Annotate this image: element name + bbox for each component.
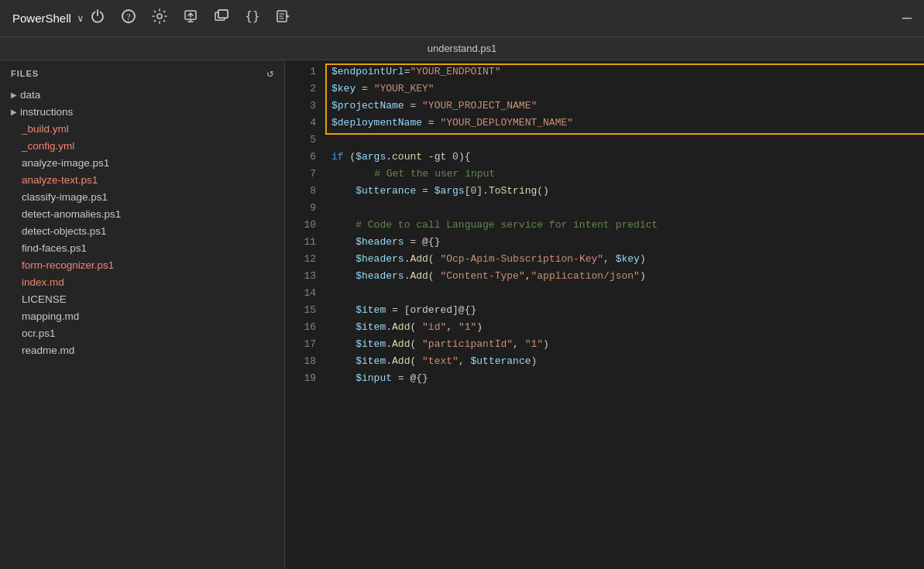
sidebar-item-detect-anomalies[interactable]: detect-anomalies.ps1 [0,205,284,222]
sidebar-item-mapping-md[interactable]: mapping.md [0,307,284,324]
code-line-4: $deploymentName = "YOUR_DEPLOYMENT_NAME" [331,115,924,132]
code-line-13: $headers.Add( "Content-Type","applicatio… [331,268,924,285]
line-num-3: 3 [285,98,316,115]
line-num-12: 12 [285,251,316,268]
code-lines: $endpointUrl="YOUR_ENDPOINT" $key = "YOU… [324,60,924,569]
active-tab[interactable]: understand.ps1 [428,43,497,54]
file-label: ocr.ps1 [22,327,56,339]
sidebar-item-classify-image[interactable]: classify-image.ps1 [0,188,284,205]
sidebar-item-analyze-text[interactable]: analyze-text.ps1 [0,171,284,188]
titlebar-left: PowerShell ∨ ? [12,9,291,28]
line-num-13: 13 [285,268,316,285]
code-line-3: $projectName = "YOUR_PROJECT_NAME" [331,98,924,115]
braces-icon[interactable]: {} [245,9,260,28]
file-label: _config.yml [22,140,74,152]
file-label: _build.yml [22,123,69,135]
code-line-1: $endpointUrl="YOUR_ENDPOINT" [331,63,924,81]
sidebar-item-ocr[interactable]: ocr.ps1 [0,324,284,341]
line-num-16: 16 [285,319,316,336]
line-num-18: 18 [285,353,316,370]
sidebar-item-license[interactable]: LICENSE [0,290,284,307]
code-line-10: # Code to call Language service for inte… [331,217,924,234]
line-num-4: 4 [285,115,316,132]
line-num-15: 15 [285,302,316,319]
sidebar-title: FILES [11,69,39,78]
code-line-18: $item.Add( "text", $utterance) [331,353,924,370]
line-num-9: 9 [285,200,316,217]
folder-label: data [20,89,40,101]
file-label: mapping.md [22,310,79,322]
sidebar-item-find-faces[interactable]: find-faces.ps1 [0,239,284,256]
code-line-12: $headers.Add( "Ocp-Apim-Subscription-Key… [331,251,924,268]
line-num-8: 8 [285,183,316,200]
sidebar-header: FILES ↺ [0,60,284,86]
line-num-2: 2 [285,81,316,98]
line-num-14: 14 [285,285,316,302]
sidebar-item-instructions[interactable]: ▶ instructions [0,103,284,120]
sidebar-item-data[interactable]: ▶ data [0,86,284,103]
folder-arrow-icon: ▶ [11,108,17,116]
help-icon[interactable]: ? [121,9,136,28]
svg-text:?: ? [126,12,130,22]
code-area: 1 2 3 4 5 6 7 8 9 10 11 12 13 14 15 16 1… [285,60,924,569]
upload-icon[interactable] [183,9,198,28]
sidebar: FILES ↺ ▶ data ▶ instructions _build.yml… [0,60,285,569]
file-label: analyze-text.ps1 [22,174,98,186]
code-line-8: $utterance = $args[0].ToString() [331,183,924,200]
file-label: find-faces.ps1 [22,242,87,254]
folder-label: instructions [20,106,73,118]
line-num-5: 5 [285,132,316,149]
svg-text:{}: {} [245,9,259,23]
code-line-5 [331,132,924,149]
line-num-19: 19 [285,370,316,387]
code-line-2: $key = "YOUR_KEY" [331,81,924,98]
code-editor[interactable]: 1 2 3 4 5 6 7 8 9 10 11 12 13 14 15 16 1… [285,60,924,569]
line-num-6: 6 [285,149,316,166]
file-label: analyze-image.ps1 [22,157,109,169]
sidebar-item-form-recognizer[interactable]: form-recognizer.ps1 [0,256,284,273]
file-label: LICENSE [22,293,67,305]
new-window-icon[interactable] [214,9,229,28]
line-num-7: 7 [285,166,316,183]
code-line-7: # Get the user input [331,166,924,183]
tabbar: understand.ps1 [0,37,924,60]
file-label: form-recognizer.ps1 [22,259,114,271]
code-line-9 [331,200,924,217]
sidebar-item-readme-md[interactable]: readme.md [0,341,284,358]
code-line-17: $item.Add( "participantId", "1") [331,336,924,353]
sidebar-item-detect-objects[interactable]: detect-objects.ps1 [0,222,284,239]
file-label: readme.md [22,344,74,356]
titlebar-icons: ? [90,9,291,28]
settings-icon[interactable] [152,9,167,28]
line-num-11: 11 [285,234,316,251]
folder-arrow-icon: ▶ [11,91,17,99]
file-label: index.md [22,276,64,288]
main-layout: FILES ↺ ▶ data ▶ instructions _build.yml… [0,60,924,569]
sidebar-item-build-yml[interactable]: _build.yml [0,120,284,137]
highlight-region: $endpointUrl="YOUR_ENDPOINT" $key = "YOU… [331,63,924,132]
minimize-icon[interactable]: — [902,9,912,27]
run-icon[interactable] [276,9,291,28]
chevron-down-icon[interactable]: ∨ [77,12,84,25]
code-line-6: if ($args.count -gt 0){ [331,149,924,166]
sidebar-item-config-yml[interactable]: _config.yml [0,137,284,154]
sidebar-item-index-md[interactable]: index.md [0,273,284,290]
code-line-19: $input = @{} [331,370,924,387]
code-line-16: $item.Add( "id", "1") [331,319,924,336]
file-label: detect-objects.ps1 [22,225,107,237]
refresh-icon[interactable]: ↺ [267,67,273,80]
file-label: detect-anomalies.ps1 [22,208,121,220]
line-num-1: 1 [285,63,316,81]
sidebar-item-analyze-image[interactable]: analyze-image.ps1 [0,154,284,171]
line-numbers: 1 2 3 4 5 6 7 8 9 10 11 12 13 14 15 16 1… [285,60,324,569]
titlebar: PowerShell ∨ ? [0,0,924,37]
code-line-11: $headers = @{} [331,234,924,251]
code-line-15: $item = [ordered]@{} [331,302,924,319]
line-num-17: 17 [285,336,316,353]
file-label: classify-image.ps1 [22,191,108,203]
power-icon[interactable] [90,9,105,28]
app-name: PowerShell [12,12,71,25]
code-line-14 [331,285,924,302]
line-num-10: 10 [285,217,316,234]
svg-point-2 [157,14,162,19]
